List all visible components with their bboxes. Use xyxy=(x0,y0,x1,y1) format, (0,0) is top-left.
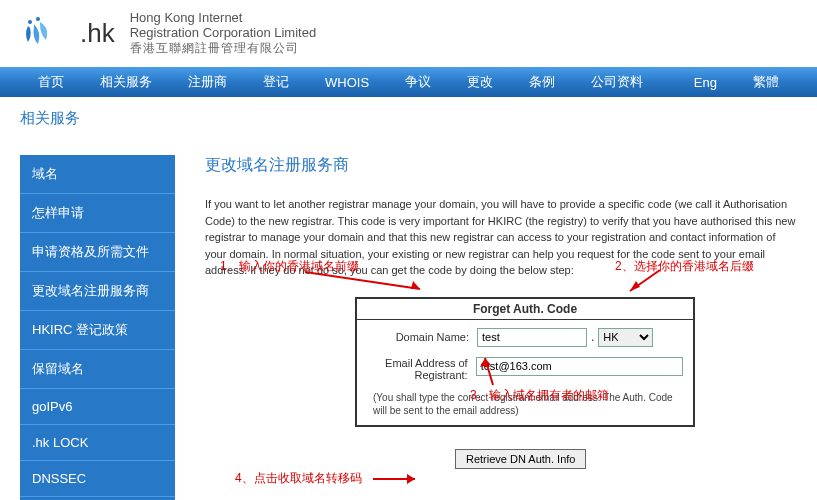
nav-change[interactable]: 更改 xyxy=(449,73,511,91)
email-label: Email Address of Registrant: xyxy=(367,357,476,381)
svg-marker-5 xyxy=(630,281,640,291)
email-input[interactable] xyxy=(476,357,683,376)
page-title: 更改域名注册服务商 xyxy=(205,155,797,176)
sidebar-item-hklock[interactable]: .hk LOCK xyxy=(20,425,175,461)
arrow-4-icon xyxy=(373,471,423,487)
org-name-en: Hong Kong InternetRegistration Corporati… xyxy=(130,10,316,40)
form-title: Forget Auth. Code xyxy=(357,299,693,320)
nav-home[interactable]: 首页 xyxy=(20,73,82,91)
domain-label: Domain Name: xyxy=(367,331,477,343)
sidebar-item-howto[interactable]: 怎样申请 xyxy=(20,194,175,233)
nav-rules[interactable]: 条例 xyxy=(511,73,573,91)
logo-text: .hk xyxy=(80,18,115,49)
org-info: Hong Kong InternetRegistration Corporati… xyxy=(130,10,316,57)
logo-icon xyxy=(20,14,70,54)
sidebar: 域名 怎样申请 申请资格及所需文件 更改域名注册服务商 HKIRC 登记政策 保… xyxy=(20,155,175,500)
annotation-4: 4、点击收取域名转移码 xyxy=(235,470,362,487)
sidebar-item-reserved[interactable]: 保留域名 xyxy=(20,350,175,389)
svg-point-0 xyxy=(28,20,32,24)
svg-point-1 xyxy=(36,17,40,21)
section-title: 相关服务 xyxy=(20,109,797,128)
sidebar-item-change-registrar[interactable]: 更改域名注册服务商 xyxy=(20,272,175,311)
main-content: 更改域名注册服务商 If you want to let another reg… xyxy=(175,155,797,500)
annotation-3: 3、输入域名拥有者的邮箱 xyxy=(470,387,609,404)
lang-eng[interactable]: Eng xyxy=(676,75,735,90)
arrow-2-icon xyxy=(620,267,670,297)
domain-input[interactable] xyxy=(477,328,587,347)
sidebar-item-goipv6[interactable]: goIPv6 xyxy=(20,389,175,425)
nav-company[interactable]: 公司资料 xyxy=(573,73,661,91)
top-nav: 首页 相关服务 注册商 登记 WHOIS 争议 更改 条例 公司资料 Eng 繁… xyxy=(0,67,817,97)
svg-marker-3 xyxy=(411,281,420,289)
nav-services[interactable]: 相关服务 xyxy=(82,73,170,91)
header: .hk Hong Kong InternetRegistration Corpo… xyxy=(0,0,817,67)
org-name-cn: 香港互聯網註冊管理有限公司 xyxy=(130,40,316,57)
nav-dispute[interactable]: 争议 xyxy=(387,73,449,91)
lang-trad[interactable]: 繁體 xyxy=(735,73,797,91)
nav-register[interactable]: 登记 xyxy=(245,73,307,91)
dot-separator: . xyxy=(591,330,594,344)
sidebar-item-domain[interactable]: 域名 xyxy=(20,155,175,194)
svg-marker-9 xyxy=(407,474,415,484)
arrow-3-icon xyxy=(475,353,505,388)
sidebar-item-dnssec[interactable]: DNSSEC xyxy=(20,461,175,497)
svg-marker-7 xyxy=(480,358,491,367)
nav-whois[interactable]: WHOIS xyxy=(307,75,387,90)
auth-code-form: Forget Auth. Code Domain Name: . HK Emai… xyxy=(355,297,695,427)
sidebar-item-policy[interactable]: HKIRC 登记政策 xyxy=(20,311,175,350)
sidebar-item-requirements[interactable]: 申请资格及所需文件 xyxy=(20,233,175,272)
retrieve-button[interactable]: Retrieve DN Auth. Info xyxy=(455,449,586,469)
svg-line-2 xyxy=(305,272,420,289)
suffix-select[interactable]: HK xyxy=(598,328,653,347)
bottom-text: If the Registrant email address you prov… xyxy=(205,497,797,501)
nav-registrar[interactable]: 注册商 xyxy=(170,73,245,91)
arrow-1-icon xyxy=(305,267,435,297)
